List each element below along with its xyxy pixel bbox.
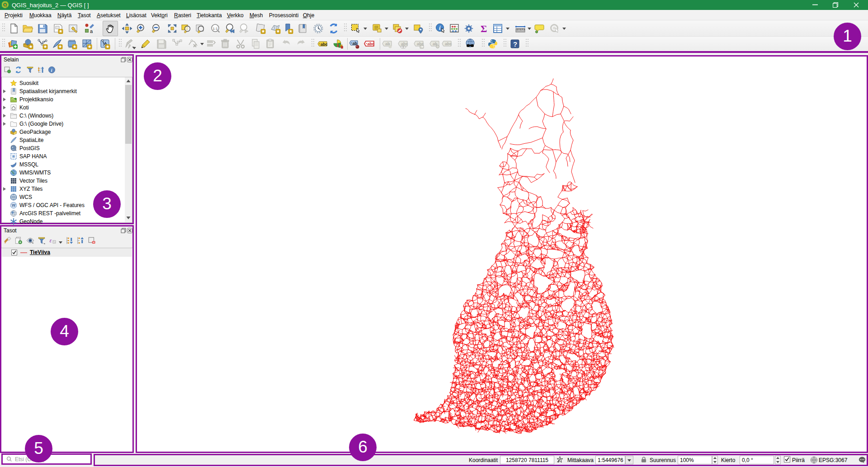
svg-text:abc: abc — [445, 42, 452, 46]
svg-text:a: a — [90, 28, 93, 34]
svg-text:Σ: Σ — [481, 23, 487, 34]
svg-text:i: i — [51, 68, 52, 73]
svg-text:W: W — [12, 203, 16, 208]
svg-text:i: i — [439, 24, 441, 31]
svg-text:abc: abc — [401, 42, 408, 46]
svg-text:1:1: 1:1 — [213, 27, 218, 31]
svg-text:abc: abc — [321, 42, 328, 47]
svg-text:abc: abc — [368, 42, 375, 46]
svg-text:?: ? — [513, 40, 517, 48]
svg-text:ε: ε — [50, 237, 52, 244]
